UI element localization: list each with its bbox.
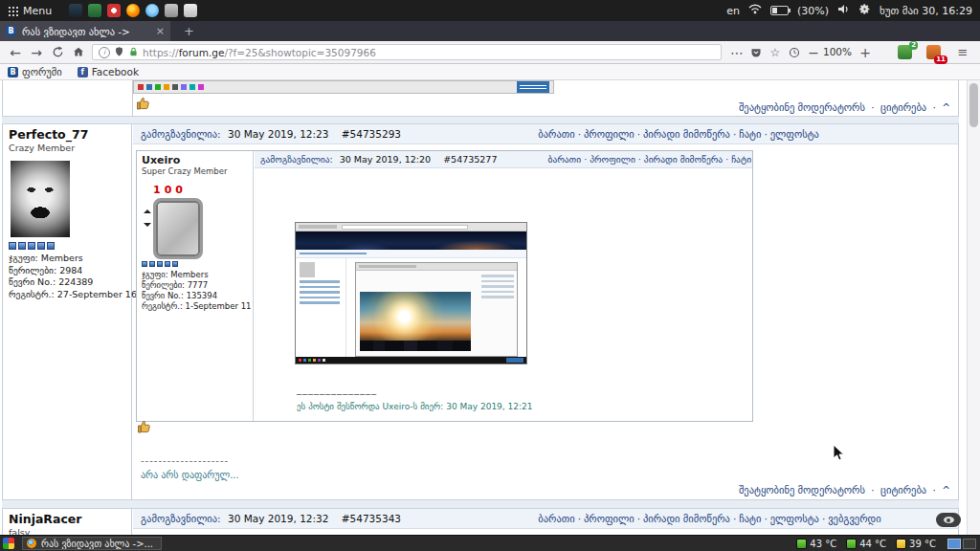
quoted-post: Uxeiro Super Crazy Member 100 ჯგუფი: Mem…	[136, 150, 753, 422]
member-number-row: წევრი No.: 224389	[9, 276, 125, 289]
member-title: falsy	[9, 527, 125, 535]
wifi-icon[interactable]	[748, 4, 762, 17]
post-id-link[interactable]: #54735343	[342, 513, 401, 524]
screenshot-user-column	[296, 258, 346, 357]
profile-link[interactable]: პროფილი	[584, 128, 635, 140]
settings-gear-icon[interactable]	[858, 3, 871, 18]
email-link[interactable]: ელფოსტა	[770, 128, 819, 140]
member-pips	[9, 242, 125, 250]
tab-close-button[interactable]: ×	[156, 25, 165, 37]
hamburger-menu-icon[interactable]: ≡	[953, 41, 972, 63]
workspace-switcher	[947, 539, 976, 549]
url-text[interactable]: https://forum.ge/?f=25&showtopic=3509796…	[143, 47, 376, 58]
browser-tab[interactable]: B რას ვზიდავთ ახლა -> ×	[0, 21, 170, 41]
quote-header-links: ბარათი·პროფილი·პირადი მიმოწერა·ჩატი·ელფო…	[547, 154, 752, 165]
adblock-extension-icon[interactable]: 2	[898, 45, 912, 59]
workspace-1[interactable]	[947, 539, 961, 549]
moderation-links: შეატყობინე მოდერატორს · ციტირება · ^	[739, 484, 950, 496]
scrollbar-thumb[interactable]	[969, 83, 978, 127]
url-bar[interactable]: i https://forum.ge/?f=25&showtopic=35097…	[92, 44, 722, 60]
volume-icon[interactable]	[837, 4, 850, 17]
back-button[interactable]: ←	[6, 41, 25, 63]
bookmark-star-icon[interactable]: ☆	[766, 41, 785, 63]
signature-text: არა არს დაფარულ...	[141, 470, 239, 480]
author-name[interactable]: NinjaRacer	[9, 512, 125, 526]
sensor-icon	[896, 539, 906, 549]
taskbar-launcher-icon[interactable]	[3, 538, 14, 549]
files-launcher-icon[interactable]	[88, 4, 101, 17]
overflow-menu-icon[interactable]: ⋯	[727, 41, 746, 63]
temperature-sensor-2[interactable]: 44 °C	[846, 539, 886, 549]
quote-author-name[interactable]: Uxeiro	[142, 154, 248, 166]
taskbar-window-title: რას ვზიდავთ ახლა ->...	[41, 539, 153, 549]
temperature-sensor-1[interactable]: 43 °C	[796, 539, 836, 549]
editor-launcher-icon[interactable]	[184, 4, 197, 17]
quote-author-cell: Uxeiro Super Crazy Member 100 ჯგუფი: Mem…	[137, 151, 254, 421]
taskbar-indicators: 43 °C 44 °C 39 °C	[796, 539, 980, 549]
member-reg-row: რეგისტრ.: 27-September 16	[9, 289, 125, 301]
zoom-in-button[interactable]: +	[856, 41, 875, 63]
screenshot-launcher-icon[interactable]	[165, 4, 178, 17]
media-launcher-icon[interactable]	[107, 4, 121, 17]
post-screenshot-image[interactable]	[295, 222, 527, 364]
extension-badge-green: 2	[909, 41, 918, 50]
nested-browser-chrome	[356, 263, 517, 271]
firefox-launcher-icon[interactable]	[126, 4, 140, 17]
extension-badge-red: 11	[934, 55, 947, 64]
tracking-shield-icon[interactable]	[114, 43, 124, 61]
browser-launcher-icon[interactable]	[145, 4, 159, 17]
mouse-cursor	[833, 444, 845, 464]
site-info-icon[interactable]: i	[99, 47, 110, 58]
temperature-sensor-3[interactable]: 39 °C	[896, 539, 936, 549]
extension-icon[interactable]: 11	[926, 45, 941, 59]
quote-post-id-link[interactable]: #54735277	[443, 154, 497, 165]
report-link[interactable]: შეატყობინე მოდერატორს	[739, 101, 865, 113]
member-title: Crazy Member	[9, 143, 125, 153]
post-separator	[2, 116, 959, 124]
floating-view-button[interactable]	[936, 513, 961, 527]
thumbs-up-emoji	[136, 96, 151, 111]
pocket-icon[interactable]	[746, 41, 766, 63]
post-header-links: ბარათი·პროფილი·პირადი მიმოწერა·ჩატი·ელფო…	[538, 128, 819, 140]
card-link[interactable]: ბარათი	[538, 128, 574, 140]
applications-menu-button[interactable]: Menu	[0, 0, 59, 21]
pm-link[interactable]: პირადი მიმოწერა	[643, 128, 730, 140]
author-name[interactable]: Perfecto_77	[9, 127, 125, 142]
quote-avatar	[153, 198, 203, 259]
chat-link[interactable]: ჩატი	[739, 128, 761, 140]
go-top-link[interactable]: ^	[942, 101, 950, 113]
quote-link[interactable]: ციტირება	[880, 484, 926, 496]
go-top-link[interactable]: ^	[942, 484, 950, 496]
screenshot-breadcrumb-strip	[296, 250, 526, 258]
quote-link[interactable]: ციტირება	[880, 101, 926, 113]
reload-button[interactable]	[48, 41, 67, 63]
moderation-links: შეატყობინე მოდერატორს · ციტირება · ^	[739, 101, 950, 113]
history-clock-icon[interactable]	[785, 41, 804, 63]
forumge-favicon: B	[6, 26, 16, 36]
nested-screenshot	[355, 262, 518, 357]
page-scrollbar[interactable]	[967, 80, 980, 535]
post-id-link[interactable]: #54735293	[342, 128, 401, 140]
zoom-level[interactable]: 100%	[819, 41, 856, 63]
thumbs-up-emoji	[137, 419, 152, 434]
report-link[interactable]: შეატყობინე მოდერატორს	[739, 484, 865, 496]
forward-button[interactable]: →	[27, 41, 46, 63]
bookmark-facebook[interactable]: f Facebook	[78, 66, 139, 77]
clock-indicator[interactable]: ხუთ მაი 30, 16:29	[880, 5, 972, 17]
terminal-launcher-icon[interactable]	[69, 4, 82, 17]
home-button[interactable]	[69, 41, 88, 63]
desktop-screen: Menu en (30%) ხუთ მაი 30, 16:29 B რას ვზ…	[0, 0, 980, 551]
new-tab-button[interactable]: +	[178, 21, 200, 41]
taskbar-window-button[interactable]: რას ვზიდავთ ახლა ->...	[22, 537, 162, 550]
eye-icon	[944, 517, 954, 523]
previous-post-screenshot[interactable]	[133, 80, 554, 94]
quote-reg-row: რეგისტრ.: 1-September 11	[142, 301, 248, 312]
url-domain: forum.ge	[179, 47, 225, 58]
quote-number-row: წევრი No.: 135394	[142, 291, 248, 301]
bookmark-forum[interactable]: B ფორუმი	[8, 66, 62, 77]
lock-icon[interactable]	[128, 43, 139, 61]
battery-icon[interactable]	[770, 6, 789, 15]
workspace-2[interactable]	[963, 539, 976, 549]
post-date: 30 May 2019, 12:32	[228, 513, 328, 524]
keyboard-layout-indicator[interactable]: en	[726, 5, 740, 17]
